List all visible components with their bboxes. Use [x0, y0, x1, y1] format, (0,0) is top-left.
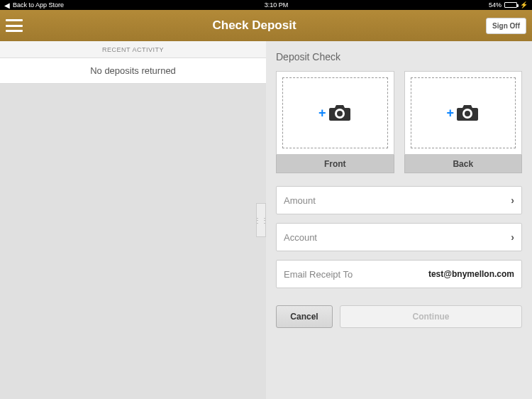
page-title: Check Deposit [213, 18, 297, 33]
capture-front[interactable]: + Front [276, 71, 394, 173]
capture-row: + Front + [276, 71, 522, 173]
panel-drag-handle[interactable]: ⋮⋮ [256, 203, 266, 237]
no-deposits-row: No deposits returned [0, 58, 266, 84]
amount-label: Amount [284, 195, 511, 206]
account-label: Account [284, 232, 511, 243]
main: RECENT ACTIVITY No deposits returned ⋮⋮ … [0, 41, 532, 399]
deposit-check-heading: Deposit Check [276, 51, 522, 62]
chevron-right-icon: › [511, 195, 514, 206]
status-right: 54% ⚡ [489, 1, 528, 9]
recent-activity-header: RECENT ACTIVITY [0, 41, 266, 58]
camera-icon [328, 104, 352, 122]
back-to-appstore: Back to App Store [13, 1, 64, 9]
button-row: Cancel Continue [276, 305, 522, 328]
email-receipt-field[interactable]: Email Receipt To test@bnymellon.com [276, 260, 522, 288]
menu-button[interactable] [6, 19, 23, 32]
plus-icon: + [446, 106, 454, 121]
account-field[interactable]: Account › [276, 223, 522, 251]
capture-back[interactable]: + Back [404, 71, 523, 173]
chevron-right-icon: › [511, 231, 514, 243]
right-panel: ⋮⋮ Deposit Check + Front [266, 41, 532, 399]
amount-field[interactable]: Amount › [276, 186, 522, 214]
status-left[interactable]: ◀ Back to App Store [4, 1, 64, 9]
capture-back-label: Back [404, 155, 523, 173]
charging-icon: ⚡ [520, 1, 528, 9]
email-receipt-value: test@bnymellon.com [428, 269, 514, 279]
status-time: 3:10 PM [265, 1, 289, 9]
continue-button: Continue [340, 305, 522, 328]
left-panel: RECENT ACTIVITY No deposits returned [0, 41, 266, 399]
screen: ◀ Back to App Store 3:10 PM 54% ⚡ Check … [0, 0, 532, 399]
battery-percent: 54% [489, 1, 501, 9]
email-receipt-label: Email Receipt To [284, 269, 428, 280]
battery-icon [504, 2, 517, 8]
cancel-button[interactable]: Cancel [276, 305, 333, 328]
sign-off-button[interactable]: Sign Off [486, 18, 526, 34]
status-bar: ◀ Back to App Store 3:10 PM 54% ⚡ [0, 0, 532, 10]
camera-icon [455, 104, 480, 122]
title-bar: Check Deposit Sign Off [0, 10, 532, 41]
back-arrow-icon: ◀ [4, 1, 10, 9]
plus-icon: + [318, 106, 326, 121]
capture-front-label: Front [276, 155, 394, 173]
